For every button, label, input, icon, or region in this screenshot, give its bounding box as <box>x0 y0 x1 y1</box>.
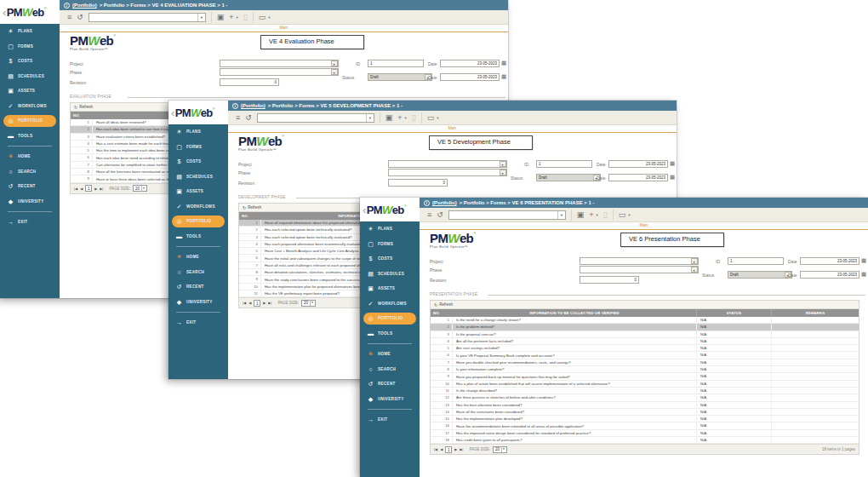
date-field[interactable]: 23-05-2023 <box>440 60 500 67</box>
page-size-select[interactable]: 20▾ <box>133 185 147 192</box>
sidebar-collapse-icon[interactable]: ‹ <box>3 6 6 19</box>
pager-current-page[interactable]: 1 <box>254 300 260 307</box>
undo-icon[interactable]: ↺ <box>245 114 252 122</box>
chevron-down-icon[interactable]: ▾ <box>691 258 698 264</box>
pager-first-icon[interactable]: |◀ <box>434 447 437 451</box>
table-row[interactable]: 10 Has a plan of action been established… <box>431 381 859 388</box>
phase-select[interactable]: ▾ <box>220 68 339 76</box>
pager-last-icon[interactable]: ▶| <box>460 447 463 451</box>
delete-icon[interactable]: ▯ <box>603 211 608 219</box>
sidebar-item[interactable]: ◆ UNIVERSITY <box>360 392 420 407</box>
chevron-down-icon[interactable]: ▾ <box>331 69 338 75</box>
date2-field[interactable]: 23-05-2023 <box>608 174 668 181</box>
sidebar-item[interactable]: ◎ PORTFOLIO <box>172 216 225 228</box>
table-row[interactable]: 2 Is the problem defined? N/A <box>431 324 859 330</box>
pager-prev-icon[interactable]: ◀ <box>80 187 83 191</box>
chevron-down-icon[interactable]: ▾ <box>691 267 698 273</box>
project-select[interactable]: ▾ <box>580 257 699 265</box>
pager-next-icon[interactable]: ▶ <box>263 301 266 305</box>
sidebar-item[interactable]: ✓ WORKFLOWS <box>360 296 420 312</box>
menu-icon[interactable]: ≡ <box>236 114 240 122</box>
table-row[interactable]: 13 Has the best alternate been considere… <box>431 402 859 409</box>
table-row[interactable]: 5 Are cost savings included? N/A <box>431 345 859 352</box>
table-row[interactable]: 15 Has the implementation plan developed… <box>431 416 859 422</box>
calendar-icon[interactable]: ▦ <box>861 258 866 264</box>
tab-main[interactable]: Main <box>60 26 508 30</box>
sidebar-item[interactable]: ◎ PORTFOLIO <box>3 115 56 128</box>
page-size-select[interactable]: 20▾ <box>493 446 507 453</box>
refresh-label[interactable]: Refresh <box>439 302 453 307</box>
sidebar-item[interactable]: ↺ RECENT <box>360 376 420 392</box>
sidebar-item[interactable]: ▤ SCHEDULES <box>360 267 420 282</box>
sidebar-item[interactable]: → EXIT <box>0 215 60 230</box>
toolbar-select[interactable]: ▾ <box>448 210 566 220</box>
sidebar-item[interactable] <box>368 343 412 344</box>
pager-first-icon[interactable]: |◀ <box>74 187 77 191</box>
sidebar-item[interactable]: $ COSTS <box>0 54 60 69</box>
date2-field[interactable]: 23-05-2023 <box>440 73 500 81</box>
calendar-icon[interactable]: ▦ <box>501 60 506 66</box>
table-row[interactable]: 6 Is your VE Proposal Summary Book compl… <box>431 352 859 359</box>
info-icon[interactable]: i <box>424 200 430 206</box>
add-icon[interactable]: + <box>229 14 233 21</box>
pager-first-icon[interactable]: |◀ <box>243 301 246 305</box>
chevron-down-icon[interactable]: ▾ <box>331 60 338 66</box>
sidebar-item[interactable]: $ COSTS <box>360 251 420 267</box>
sidebar-item[interactable]: ◆ UNIVERSITY <box>168 295 228 310</box>
status-select[interactable]: Draft ▾ <box>536 174 601 181</box>
sidebar-item[interactable] <box>176 246 220 247</box>
table-row[interactable]: 12 Are there pictures or sketches of bef… <box>431 394 859 401</box>
calendar-icon[interactable]: ▦ <box>861 272 866 278</box>
sidebar-item[interactable]: ▤ SCHEDULES <box>0 69 60 84</box>
sidebar-item[interactable]: ▣ ASSETS <box>168 184 228 199</box>
date-field[interactable]: 23-05-2023 <box>800 257 859 265</box>
table-row[interactable]: 18 Has credit been given to all particip… <box>431 437 859 444</box>
sidebar-item[interactable]: ↺ RECENT <box>168 279 228 295</box>
print-icon[interactable]: ▭ <box>619 211 626 219</box>
table-row[interactable]: 1 Is the need for a change clearly shown… <box>431 317 859 324</box>
save-icon[interactable]: ▣ <box>577 211 585 219</box>
table-row[interactable]: 11 Is the change described? N/A <box>431 388 859 394</box>
pager-prev-icon[interactable]: ◀ <box>440 447 443 451</box>
tab-main[interactable]: Main <box>228 126 677 130</box>
chevron-down-icon[interactable]: ▾ <box>557 211 565 219</box>
revision-field[interactable]: 0 <box>220 78 279 86</box>
info-icon[interactable]: i <box>232 103 238 109</box>
table-row[interactable]: 14 Have all the constraints been conside… <box>431 409 859 416</box>
info-icon[interactable]: i <box>64 3 70 9</box>
sidebar-item[interactable]: ▢ FORMS <box>360 237 420 252</box>
project-select[interactable]: ▾ <box>220 60 339 67</box>
refresh-icon[interactable]: ↻ <box>434 302 437 307</box>
breadcrumb-portfolio-link[interactable]: (Portfolio) <box>72 3 97 8</box>
page-size-select[interactable]: 20▾ <box>301 300 316 307</box>
pager-next-icon[interactable]: ▶ <box>94 187 97 191</box>
table-row[interactable]: 3 Is the proposal concise? N/A <box>431 331 859 338</box>
delete-icon[interactable]: ▯ <box>243 14 248 21</box>
table-row[interactable]: 16 Have the recommendations been extende… <box>431 422 859 429</box>
print-icon[interactable]: ▭ <box>259 14 266 21</box>
refresh-icon[interactable]: ↻ <box>243 205 246 210</box>
save-icon[interactable]: ▣ <box>217 14 225 21</box>
breadcrumb-portfolio-link[interactable]: (Portfolio) <box>241 103 266 108</box>
pager-last-icon[interactable]: ▶| <box>268 301 271 305</box>
sidebar-item[interactable] <box>8 211 52 212</box>
menu-icon[interactable]: ≡ <box>427 211 431 219</box>
print-icon[interactable]: ▭ <box>427 114 435 122</box>
sidebar-item[interactable]: $ COSTS <box>168 154 228 170</box>
sidebar-item[interactable]: → EXIT <box>168 315 228 330</box>
delete-icon[interactable]: ▯ <box>412 114 416 122</box>
tab-main[interactable]: Main <box>420 223 868 227</box>
calendar-icon[interactable]: ▦ <box>501 74 506 80</box>
sidebar-item[interactable]: ▢ FORMS <box>168 140 228 155</box>
print-caret-icon[interactable]: ▾ <box>268 15 270 20</box>
calendar-icon[interactable]: ▦ <box>670 175 675 181</box>
chevron-down-icon[interactable]: ▾ <box>366 114 374 122</box>
id-field[interactable]: 1 <box>728 257 784 265</box>
sidebar-item[interactable]: ● HOME <box>168 250 228 265</box>
add-caret-icon[interactable]: ▾ <box>405 116 407 120</box>
phase-select[interactable]: ▾ <box>580 266 699 273</box>
sidebar-item[interactable]: ☀ PLANS <box>360 221 420 237</box>
sidebar-item[interactable]: ○ SEARCH <box>0 164 60 180</box>
sidebar-item[interactable]: ▬ TOOLS <box>168 229 228 244</box>
refresh-icon[interactable]: ↻ <box>74 105 77 110</box>
